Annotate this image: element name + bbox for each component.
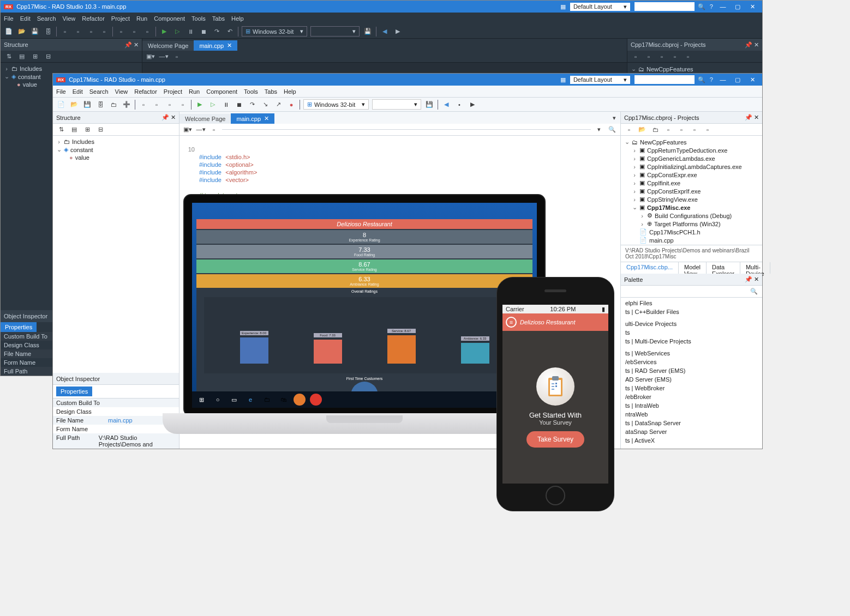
collapse-icon[interactable]: ⊟ <box>43 52 53 62</box>
titlebar[interactable]: RX Cpp17Misc - RAD Studio 10.3 - main.cp… <box>1 1 762 13</box>
tool-icon[interactable]: ▫ <box>663 125 673 135</box>
step-over-icon[interactable]: ↷ <box>247 100 257 110</box>
close-button[interactable]: ✕ <box>746 3 759 10</box>
take-survey-button[interactable]: Take Survey <box>526 431 584 448</box>
menu-run[interactable]: Run <box>136 15 147 22</box>
collapse-icon[interactable]: ⊟ <box>95 125 105 135</box>
layout-selector[interactable]: Default Layout▾ <box>570 76 630 84</box>
search-icon[interactable]: ○ <box>212 394 224 406</box>
menu-tools[interactable]: Tools <box>244 88 258 95</box>
close-tab-icon[interactable]: ✕ <box>227 42 232 49</box>
minimize-button[interactable]: — <box>716 76 729 83</box>
stop-icon[interactable]: ⏹ <box>199 27 208 37</box>
menu-tabs[interactable]: Tabs <box>265 88 277 95</box>
sort-icon[interactable]: ⇅ <box>4 52 14 62</box>
structure-panel-header[interactable]: Structure 📌 ✕ <box>1 39 142 51</box>
bookmark-icon[interactable]: ▫ <box>172 52 182 62</box>
close-icon[interactable]: ✕ <box>171 114 176 120</box>
layout-selector[interactable]: Default Layout▾ <box>570 3 630 11</box>
new-icon[interactable]: 📄 <box>4 27 14 37</box>
breakpoint-icon[interactable]: ● <box>286 100 296 110</box>
explorer-icon[interactable]: 🗀 <box>261 394 273 406</box>
tool-icon[interactable]: ▫ <box>165 100 175 110</box>
tool-icon[interactable]: ▫ <box>139 100 148 110</box>
btab-data[interactable]: Data Explorer <box>707 262 740 274</box>
search-box[interactable] <box>634 75 695 84</box>
menu-refactor[interactable]: Refactor <box>82 15 105 22</box>
menu-view[interactable]: View <box>115 88 128 95</box>
titlebar[interactable]: RX Cpp17Misc - RAD Studio - main.cpp ▦ D… <box>53 74 762 86</box>
menu-file[interactable]: File <box>56 88 66 95</box>
btab-multi[interactable]: Multi-Device Pr... <box>740 262 770 274</box>
tool-icon[interactable]: ▫ <box>644 52 654 62</box>
platform-selector[interactable]: ⊞Windows 32-bit▾ <box>303 99 369 110</box>
filter-icon[interactable]: ▤ <box>17 52 27 62</box>
menu-component[interactable]: Component <box>206 88 237 95</box>
tool-icon[interactable]: ▫ <box>677 125 686 135</box>
tool-icon[interactable]: 📂 <box>637 125 647 135</box>
expand-icon[interactable]: ⊞ <box>82 125 92 135</box>
pin-icon[interactable]: 📌 <box>745 276 752 282</box>
home-button[interactable] <box>546 486 565 505</box>
pin-icon[interactable]: 📌 <box>161 114 169 120</box>
menu-component[interactable]: Component <box>154 15 185 22</box>
menu-file[interactable]: File <box>4 15 14 22</box>
nav-back-icon[interactable]: ◀ <box>441 100 451 110</box>
open-icon[interactable]: 📂 <box>69 100 79 110</box>
unit-dd-icon[interactable]: ▣▾ <box>146 52 155 62</box>
config-selector[interactable]: ▾ <box>310 26 360 37</box>
tool-icon[interactable]: ▫ <box>178 100 188 110</box>
minimize-button[interactable]: — <box>716 3 729 10</box>
nav-fwd-icon[interactable]: ▶ <box>468 100 477 110</box>
tool-icon[interactable]: ▫ <box>624 125 634 135</box>
search-icon[interactable]: 🔍 <box>697 2 707 11</box>
new-icon[interactable]: 📄 <box>56 100 66 110</box>
tool-icon[interactable]: ▫ <box>703 125 713 135</box>
layout-icon[interactable]: ▦ <box>558 75 568 84</box>
pin-icon[interactable]: 📌 <box>745 41 752 48</box>
tool-icon[interactable]: ▫ <box>657 52 667 62</box>
tool-icon[interactable]: ▫ <box>86 27 96 37</box>
maximize-button[interactable]: ▢ <box>731 3 744 10</box>
structure-panel-header[interactable]: Structure 📌 ✕ <box>53 112 179 124</box>
palette-panel-header[interactable]: Palette 📌 ✕ <box>621 274 762 286</box>
tool-icon[interactable]: ▫ <box>690 125 699 135</box>
projects-panel-header[interactable]: Cpp17Misc.cbproj - Projects 📌 ✕ <box>621 112 762 124</box>
close-button[interactable]: ✕ <box>746 76 759 83</box>
search-icon[interactable]: 🔍 <box>749 287 759 297</box>
tool-icon[interactable]: ▫ <box>99 27 109 37</box>
palette-list[interactable]: elphi Files ts | C++Builder Files ulti-D… <box>621 298 762 446</box>
menu-edit[interactable]: Edit <box>73 88 83 95</box>
menu-help[interactable]: Help <box>284 88 296 95</box>
close-tab-icon[interactable]: ✕ <box>264 115 269 122</box>
config-selector[interactable]: ▾ <box>372 99 421 110</box>
close-icon[interactable]: ✕ <box>754 114 759 120</box>
menu-project[interactable]: Project <box>164 88 182 95</box>
projects-panel-header[interactable]: Cpp17Misc.cbproj - Projects 📌 ✕ <box>627 39 762 51</box>
menu-icon[interactable]: ≡ <box>506 317 517 328</box>
tool-icon[interactable]: 🗀 <box>650 125 660 135</box>
tool-icon[interactable]: ▫ <box>683 52 693 62</box>
nav-dd-icon[interactable]: • <box>454 100 464 110</box>
btab-project[interactable]: Cpp17Misc.cbp... <box>621 262 679 274</box>
folder-icon[interactable]: 🗀 <box>109 100 118 110</box>
projects-tree[interactable]: ⌄🗂NewCppFeatures ›▣CppReturnTypeDeductio… <box>621 136 762 245</box>
close-icon[interactable]: ✕ <box>134 41 139 48</box>
inspector-panel-header[interactable]: Object Inspector <box>53 373 179 385</box>
tool-icon[interactable]: ▫ <box>631 52 641 62</box>
stop-icon[interactable]: ⏹ <box>234 100 244 110</box>
tab-main[interactable]: main.cpp✕ <box>231 113 274 124</box>
open-icon[interactable]: 📂 <box>17 27 27 37</box>
add-icon[interactable]: ➕ <box>122 100 131 110</box>
save-config-icon[interactable]: 💾 <box>363 27 373 37</box>
saveall-icon[interactable]: 🗄 <box>95 100 105 110</box>
pin-icon[interactable]: 📌 <box>745 114 752 120</box>
pause-icon[interactable]: ⏸ <box>185 27 195 37</box>
properties-tab[interactable]: Properties <box>56 386 92 396</box>
save-icon[interactable]: 💾 <box>30 27 40 37</box>
menu-run[interactable]: Run <box>189 88 200 95</box>
menu-tabs[interactable]: Tabs <box>212 15 225 22</box>
close-icon[interactable]: ✕ <box>754 41 759 48</box>
btab-model[interactable]: Model View <box>679 262 707 274</box>
nav-fwd-icon[interactable]: ▶ <box>393 27 403 37</box>
